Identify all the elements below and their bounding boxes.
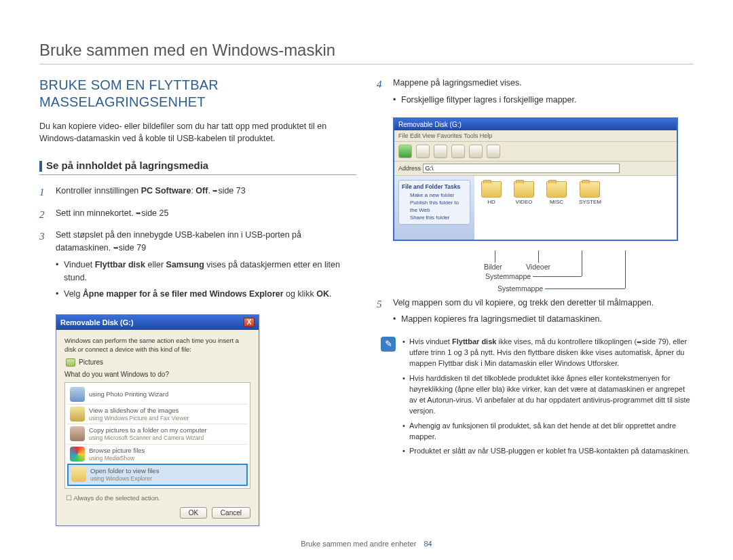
sidebar-link[interactable]: Share this folder	[402, 214, 467, 221]
page-number: 84	[424, 540, 432, 548]
action-copy[interactable]: Copy pictures to a folder on my computer…	[67, 424, 248, 444]
page-ref: side 25	[141, 208, 168, 218]
close-icon[interactable]: X	[244, 318, 255, 327]
step-text: Kontroller innstillingen	[56, 186, 141, 195]
step-text: Mappene på lagringsmediet vises.	[393, 78, 522, 88]
footer-text: Bruke sammen med andre enheter	[301, 540, 416, 548]
section-heading: BRUKE SOM EN FLYTTBAR MASSELAGRINGSENHET	[39, 77, 356, 111]
callout-bilder: Bilder	[484, 263, 502, 271]
action-print[interactable]: using Photo Printing Wizard	[67, 385, 248, 404]
goto-icon: ➥	[637, 338, 642, 347]
step-2: 2 Sett inn minnekortet. ➥side 25	[39, 207, 356, 223]
note-item: Avhengig av funksjonen til produktet, så…	[402, 421, 694, 443]
action-open-folder[interactable]: Open folder to view filesusing Windows E…	[67, 464, 248, 486]
note-item: Produktet er slått av når USB-pluggen er…	[402, 446, 694, 457]
sub-bullet: Vinduet Flyttbar disk eller Samsung vise…	[56, 259, 356, 284]
intro-text: Du kan kopiere video- eller bildefiler s…	[39, 120, 356, 145]
action-list[interactable]: using Photo Printing Wizard View a slide…	[64, 382, 250, 489]
pictures-icon	[66, 358, 75, 367]
slideshow-icon	[70, 407, 85, 422]
page-title: Bruke sammen med en Windows-maskin	[39, 41, 694, 64]
dialog-question: What do you want Windows to do?	[64, 371, 250, 378]
folder-icon	[580, 181, 600, 198]
note-item: Hvis vinduet Flyttbar disk ikke vises, m…	[402, 337, 694, 369]
step-number: 3	[39, 229, 49, 305]
step-text: Sett inn minnekortet.	[56, 208, 136, 218]
views-icon[interactable]	[487, 145, 500, 158]
mediashow-icon	[70, 447, 85, 462]
step-text: .	[208, 186, 212, 195]
back-icon[interactable]	[398, 145, 412, 158]
folder-hd[interactable]: HD	[481, 181, 502, 234]
folder-icon	[71, 467, 86, 482]
folders-icon[interactable]	[469, 145, 483, 158]
up-icon[interactable]	[434, 145, 447, 158]
address-input[interactable]	[423, 164, 620, 173]
folder-icon	[546, 181, 567, 198]
dialog-title: Removable Disk (G:)	[60, 318, 134, 326]
goto-icon: ➥	[136, 209, 141, 219]
step-4: 4 Mappene på lagringsmediet vises. Forsk…	[377, 77, 694, 111]
bold: PC Software	[141, 186, 191, 195]
forward-icon[interactable]	[416, 145, 430, 158]
ok-button[interactable]: OK	[180, 507, 207, 519]
note-item: Hvis harddisken til det tilkoblede produ…	[402, 373, 694, 417]
explorer-menu[interactable]: File Edit View Favorites Tools Help	[394, 130, 677, 142]
goto-icon: ➥	[113, 244, 119, 253]
sub-heading: Se på innholdet på lagringsmedia	[39, 160, 356, 175]
note-box: ✎ Hvis vinduet Flyttbar disk ikke vises,…	[381, 337, 694, 461]
explorer-sidebar: File and Folder Tasks Make a new folder …	[394, 176, 474, 240]
explorer-title: Removable Disk (G:)	[394, 119, 677, 130]
step-number: 4	[377, 77, 386, 111]
step-text: Velg mappen som du vil kopiere, og trekk…	[393, 298, 654, 307]
step-3: 3 Sett støpslet på den innebygde USB-kab…	[39, 229, 356, 305]
explorer-toolbar[interactable]	[394, 142, 677, 162]
step-number: 2	[39, 207, 49, 223]
callout-systemmappe-2: Systemmappe	[497, 284, 543, 293]
right-column: 4 Mappene på lagringsmediet vises. Forsk…	[377, 77, 694, 526]
step-5: 5 Velg mappen som du vil kopiere, og tre…	[377, 297, 694, 331]
step-number: 1	[39, 185, 49, 200]
pictures-label: Pictures	[79, 358, 103, 366]
sub-bullet: Velg Åpne mapper for å se filer med Wind…	[56, 288, 356, 301]
page-footer: Bruke sammen med andre enheter 84	[0, 540, 733, 548]
removable-disk-dialog: Removable Disk (G:) X Windows can perfor…	[56, 314, 259, 526]
dialog-description: Windows can perform the same action each…	[64, 337, 250, 354]
address-label: Address	[398, 165, 421, 172]
folder-icon	[481, 181, 502, 198]
note-icon: ✎	[381, 337, 396, 352]
printer-icon	[70, 387, 85, 402]
sidebar-link[interactable]: Publish this folder to the Web	[402, 199, 467, 214]
page-ref: side 73	[218, 186, 245, 195]
callout-videoer: Videoer	[526, 263, 550, 271]
sidebar-header: File and Folder Tasks	[402, 183, 467, 190]
left-column: BRUKE SOM EN FLYTTBAR MASSELAGRINGSENHET…	[39, 77, 356, 526]
step-text: Sett støpslet på den innebygde USB-kabel…	[56, 230, 301, 253]
folder-icon	[514, 181, 534, 198]
sub-bullet: Forskjellige filtyper lagres i forskjell…	[393, 94, 576, 107]
sub-bullet: Mappen kopieres fra lagringsmediet til d…	[393, 313, 654, 326]
callout-lines: Bilder Videoer Systemmappe Systemmappe	[393, 250, 678, 297]
sidebar-link[interactable]: Make a new folder	[402, 191, 467, 199]
camera-icon	[70, 426, 85, 441]
cancel-button[interactable]: Cancel	[212, 507, 250, 519]
folder-video[interactable]: VIDEO	[514, 181, 534, 234]
folder-misc[interactable]: MISC	[546, 181, 567, 234]
explorer-main: HD VIDEO MISC SYSTEM	[474, 176, 677, 240]
callout-systemmappe-1: Systemmappe	[485, 272, 531, 280]
bold: Off	[195, 186, 208, 195]
action-browse[interactable]: Browse picture filesusing MediaShow	[67, 444, 248, 464]
step-number: 5	[377, 297, 386, 331]
explorer-window: Removable Disk (G:) File Edit View Favor…	[393, 117, 678, 241]
always-checkbox[interactable]: ☐ Always do the selected action.	[66, 494, 250, 502]
page-ref: side 79	[119, 243, 146, 253]
action-slideshow[interactable]: View a slideshow of the imagesusing Wind…	[67, 404, 248, 424]
step-1: 1 Kontroller innstillingen PC Software: …	[39, 185, 356, 200]
search-icon[interactable]	[451, 145, 465, 158]
folder-system[interactable]: SYSTEM	[579, 181, 601, 234]
